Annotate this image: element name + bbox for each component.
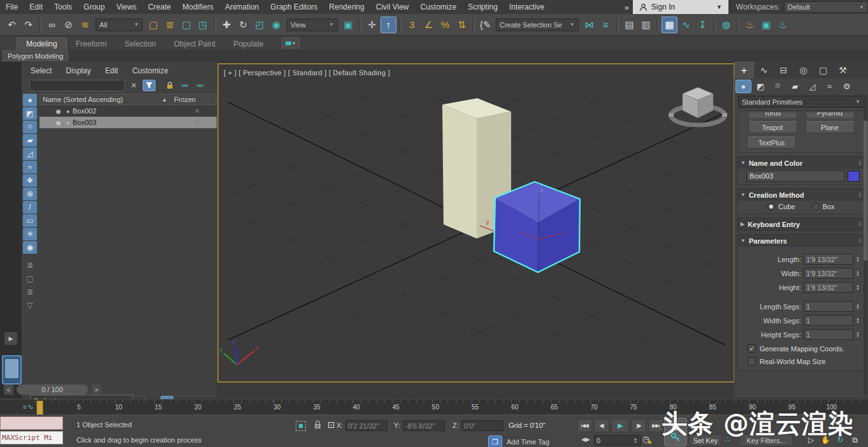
expand-tree-icon[interactable]: ≔ [178, 80, 191, 91]
spinner-icon[interactable]: ▲▼ [856, 318, 861, 324]
separator[interactable] [472, 18, 475, 32]
ribbon-tab[interactable]: Object Paint [165, 38, 224, 50]
named-selection-dropdown[interactable]: Create Selection Se▼ [496, 18, 579, 31]
explorer-menu-item[interactable]: Display [66, 66, 90, 75]
rollout-header[interactable]: ▼ Creation Method ⠿ [737, 189, 865, 201]
next-frame-icon[interactable]: ||▶ [631, 419, 646, 432]
menu-item[interactable]: Interactive [503, 0, 550, 14]
panel-scrollbar[interactable] [864, 95, 867, 395]
display-xrefs-icon[interactable]: ⊕ [23, 187, 37, 200]
menu-item[interactable]: Views [110, 0, 142, 14]
workspace-dropdown[interactable]: Default ▼ [784, 1, 868, 13]
parameter-field[interactable]: 1 [804, 329, 853, 340]
primitive-button[interactable]: Torus [748, 112, 797, 118]
menu-item[interactable]: Civil View [370, 0, 415, 14]
rollout-header[interactable]: ▼ Name and Color ⠿ [737, 157, 865, 169]
absolute-mode-icon[interactable]: ⊡ [328, 420, 335, 430]
scene-explorer-toggle-icon[interactable]: ▤ [621, 17, 637, 33]
visibility-eye-icon[interactable] [54, 119, 63, 126]
mirror-icon[interactable]: ⋈ [581, 17, 597, 33]
separator[interactable] [399, 18, 401, 32]
snaps-toggle-icon[interactable]: 3 [404, 17, 420, 33]
cat-geometry-icon[interactable]: ● [735, 80, 751, 93]
select-manipulate-icon[interactable]: ✛ [364, 17, 380, 33]
select-by-name-icon[interactable]: ≣ [162, 17, 178, 33]
separator[interactable] [656, 18, 659, 32]
percent-snap-icon[interactable]: % [437, 17, 453, 33]
y-coordinate-field[interactable]: -8'6 8/32" [403, 420, 445, 431]
display-lights-icon[interactable]: ⌾ [23, 121, 37, 133]
current-frame-field[interactable]: 0 ▲▼ [594, 435, 641, 446]
maxscript-mini-listener-pink[interactable] [0, 416, 63, 430]
display-geometry-icon[interactable]: ● [23, 94, 37, 106]
play-icon[interactable]: ▶ [611, 419, 629, 432]
ribbon-tab[interactable]: Populate [224, 38, 272, 50]
bind-to-spacewarp-icon[interactable]: ≋ [77, 17, 93, 33]
separator[interactable] [25, 254, 39, 258]
spinner-icon[interactable]: ▲▼ [856, 304, 861, 310]
select-place-icon[interactable]: ◉ [268, 17, 284, 33]
separator[interactable] [713, 18, 716, 32]
scrollbar-thumb[interactable] [864, 121, 867, 261]
parameter-field[interactable]: 1'9 13/32" [804, 254, 853, 265]
blank-swatch[interactable]: ▢ [23, 272, 37, 285]
explorer-menu-item[interactable]: Customize [132, 66, 168, 75]
polygon-modeling-panel-button[interactable]: Polygon Modeling [3, 50, 68, 61]
object-name[interactable]: Box002 [73, 107, 177, 115]
primitive-button[interactable]: Plane [806, 121, 855, 133]
cat-spacewarps-icon[interactable]: ≈ [821, 80, 837, 93]
tab-display-icon[interactable]: ▢ [813, 62, 833, 78]
parameter-field[interactable]: 1 [804, 315, 853, 326]
display-spacewarps-icon[interactable]: ≈ [23, 161, 37, 173]
sync-selection-icon[interactable]: ≣ [23, 286, 37, 298]
menu-overflow-chevron[interactable]: » [621, 3, 633, 12]
separator[interactable] [616, 18, 619, 32]
primitive-button[interactable]: Pyramid [806, 112, 855, 118]
rollout-header[interactable]: ▶ Keyboard Entry ⠿ [737, 218, 865, 230]
ribbon-minimize-dropdown[interactable]: ▾ [282, 38, 300, 48]
cat-lights-icon[interactable]: ⌾ [770, 80, 786, 93]
schematic-view-icon[interactable]: ↧ [695, 17, 711, 33]
display-frozen-icon[interactable]: ✳ [23, 228, 37, 240]
explorer-menu-item[interactable]: Select [31, 66, 52, 75]
next-frame-button[interactable]: > [92, 385, 101, 395]
previous-frame-button[interactable]: < [4, 385, 13, 395]
sign-in-button[interactable]: Sign In ▼ [633, 0, 728, 14]
parameter-field[interactable]: 1 [804, 301, 853, 312]
cat-shapes-icon[interactable]: ◩ [753, 80, 769, 93]
display-cameras-icon[interactable]: ▰ [23, 134, 37, 147]
rendered-frame-icon[interactable]: ▣ [758, 17, 774, 33]
frozen-icon[interactable] [177, 119, 217, 127]
viewport-layout-tab[interactable] [2, 355, 22, 385]
render-setup-icon[interactable]: ♨ [742, 17, 758, 33]
edit-named-selections-icon[interactable]: {✎ [477, 17, 493, 33]
add-time-tag[interactable]: ❒ Add Time Tag [488, 436, 549, 447]
tab-create-icon[interactable]: + [734, 62, 754, 78]
x-coordinate-field[interactable]: 0'2 21/32" [345, 420, 387, 431]
filter-combinations-icon[interactable]: ▽ [23, 299, 37, 312]
select-object-icon[interactable]: ▢ [145, 17, 161, 33]
ribbon-tab[interactable]: Modeling [17, 38, 67, 50]
redo-icon[interactable]: ↷ [20, 17, 36, 33]
primitive-button[interactable]: TextPlus [747, 136, 796, 149]
visibility-eye-icon[interactable] [54, 107, 63, 115]
undo-icon[interactable]: ↶ [4, 17, 20, 33]
selection-filter-funnel-icon[interactable] [143, 80, 156, 91]
angle-snap-icon[interactable]: ∠ [421, 17, 437, 33]
select-scale-icon[interactable]: ◰ [252, 17, 268, 33]
unlink-selection-icon[interactable]: ⊘ [61, 17, 76, 33]
expand-all-icon[interactable]: ≣ [23, 259, 37, 272]
frozen-icon[interactable] [177, 107, 217, 115]
collapse-tree-icon[interactable]: ≕ [194, 80, 206, 91]
rollout-header[interactable]: ▼ Parameters ⠿ [737, 235, 865, 247]
menu-item[interactable]: Group [78, 0, 110, 14]
menu-item[interactable]: Tools [48, 0, 78, 14]
select-rotate-icon[interactable]: ↻ [235, 17, 251, 33]
object-name-field[interactable]: Box003 [746, 170, 845, 182]
keyboard-override-icon[interactable]: ↑ [380, 17, 396, 33]
display-bones-icon[interactable]: / [23, 201, 37, 214]
time-slider[interactable]: 0 / 100 [17, 385, 88, 395]
menu-item[interactable]: File [0, 0, 24, 14]
menu-item[interactable]: Graph Editors [264, 0, 323, 14]
menu-item[interactable]: Rendering [323, 0, 370, 14]
